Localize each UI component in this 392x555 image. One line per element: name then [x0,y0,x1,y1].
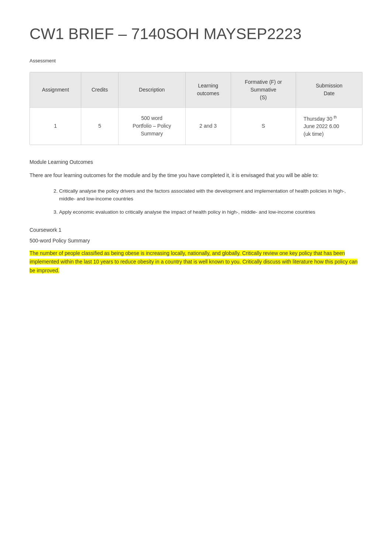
cell-description: 500 wordPortfolio – PolicySummary [118,107,185,145]
list-item: Apply economic evaluation to critically … [59,208,362,216]
col-header-credits: Credits [81,72,118,108]
table-row: 1 5 500 wordPortfolio – PolicySummary 2 … [30,107,362,145]
outcomes-list: Critically analyse the policy drivers an… [59,187,362,216]
highlighted-text: The number of people classified as being… [30,250,358,273]
col-header-submission-date: SubmissionDate [296,72,362,108]
col-header-learning-outcomes: Learningoutcomes [185,72,231,108]
page-title: CW1 BRIEF – 7140SOH MAYSEP2223 [30,22,362,45]
cell-formative-summative: S [231,107,296,145]
assessment-table: Assignment Credits Description Learningo… [30,72,362,145]
cell-credits: 5 [81,107,118,145]
coursework-heading: Coursework 1 [30,226,362,234]
list-item: Critically analyse the policy drivers an… [59,187,362,203]
policy-summary-heading: 500-word Policy Summary [30,237,362,245]
cell-learning-outcomes: 2 and 3 [185,107,231,145]
cell-assignment: 1 [30,107,81,145]
module-outcomes-intro: There are four learning outcomes for the… [30,171,362,179]
assessment-label: Assessment [30,57,362,65]
highlighted-paragraph: The number of people classified as being… [30,249,362,275]
cell-submission-date: Thursday 30 th June 2022 6.00 (uk time) [296,107,362,145]
col-header-description: Description [118,72,185,108]
module-outcomes-heading: Module Learning Outcomes [30,158,362,166]
col-header-assignment: Assignment [30,72,81,108]
superscript-th: th [334,115,337,119]
col-header-formative-summative: Formative (F) orSummative(S) [231,72,296,108]
table-header-row: Assignment Credits Description Learningo… [30,72,362,108]
